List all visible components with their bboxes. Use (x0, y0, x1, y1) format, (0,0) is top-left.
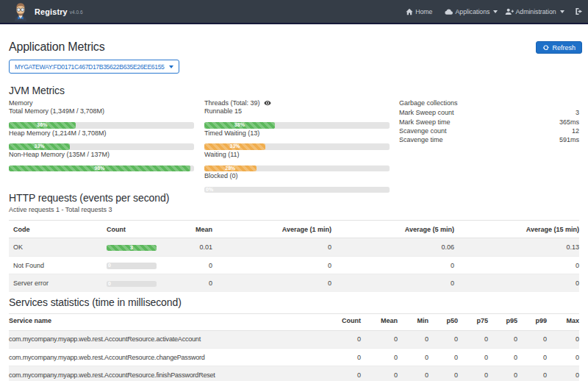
eye-icon[interactable] (264, 100, 271, 106)
column-header-average-15min[interactable]: Average (15 min) (454, 220, 579, 238)
service-count-cell: 0 (331, 330, 361, 348)
gc-stat-value: 3 (576, 108, 579, 117)
column-header-average-5min[interactable]: Average (5 min) (331, 220, 454, 238)
count-progress-track: 3 (107, 245, 157, 252)
nav-item-applications[interactable]: Applications (445, 8, 498, 15)
service-min-cell: 0 (398, 349, 429, 366)
service-count-cell: 0 (331, 366, 361, 381)
jvm-metrics-row: Memory Total Memory (1,349M / 3,708M) 36… (9, 99, 579, 193)
gc-stat-row: Scavenge count 12 (399, 127, 579, 135)
http-count-cell: 0 (102, 256, 162, 274)
gc-stat-label: Scavenge count (399, 127, 447, 135)
column-header-mean[interactable]: Mean (162, 220, 212, 238)
progress-value-label: 28% (225, 165, 235, 172)
service-min-cell: 0 (398, 366, 429, 381)
http-mean-cell: 0.01 (162, 238, 212, 256)
metric-label: Non-Heap Memory (135M / 137M) (9, 150, 194, 159)
chevron-down-icon (493, 10, 498, 13)
refresh-label: Refresh (552, 44, 576, 51)
service-count-cell: 0 (331, 349, 361, 366)
gc-stat-value: 591ms (559, 135, 579, 144)
column-header-count[interactable]: Count (102, 220, 162, 238)
refresh-button[interactable]: Refresh (536, 41, 582, 54)
http-requests-heading: HTTP requests (events per second) (9, 192, 579, 204)
metric-label: Waiting (11) (204, 150, 390, 159)
brand-version: v4.0.6 (70, 10, 83, 15)
column-header-p75[interactable]: p75 (458, 313, 488, 330)
http-code-cell: Not Found (9, 256, 102, 274)
service-p95-cell: 0 (488, 330, 517, 348)
http-code-cell: Server error (9, 274, 102, 292)
column-header-count[interactable]: Count (331, 313, 361, 330)
threads-title-label: Threads (Total: 39) (204, 99, 260, 107)
garbage-collections-list: Mark Sweep count 3 Mark Sweep time 365ms… (399, 108, 579, 144)
progress-value-label: 38% (234, 122, 245, 129)
memory-title: Memory (9, 99, 194, 107)
refresh-icon (542, 44, 550, 51)
thread-metric: Blocked (0) 0% (204, 171, 390, 193)
column-header-mean[interactable]: Mean (361, 313, 398, 330)
memory-column: Memory Total Memory (1,349M / 3,708M) 36… (9, 99, 194, 193)
http-mean-cell: 0 (162, 274, 212, 292)
service-name-cell: com.mycompany.myapp.web.rest.AccountReso… (9, 366, 331, 381)
home-icon (406, 8, 413, 15)
service-max-cell: 0 (547, 366, 579, 381)
garbage-collections-title: Garbage collections (399, 99, 579, 107)
column-header-min[interactable]: Min (398, 313, 429, 330)
jhipster-logo-icon (13, 2, 28, 21)
http-average-15min-cell: 0 (454, 256, 579, 274)
services-table-body: com.mycompany.myapp.web.rest.AccountReso… (9, 330, 579, 381)
user-plus-icon (505, 8, 514, 15)
column-header-p95[interactable]: p95 (488, 313, 517, 330)
metric-label: Timed Waiting (13) (204, 129, 390, 138)
progress-bar: 36% (9, 122, 76, 129)
http-table-body: OK 3 0.01 0 0.06 0.13 Not Found (9, 238, 579, 292)
column-header-p99[interactable]: p99 (517, 313, 547, 330)
http-average-1min-cell: 0 (212, 256, 331, 274)
metric-label: Runnable 15 (204, 107, 390, 115)
service-p75-cell: 0 (458, 349, 488, 366)
column-header-max[interactable]: Max (547, 313, 579, 330)
instance-selector-dropdown[interactable]: MYGATEWAY:FD0171C467D17B35622B635E26EE61… (9, 60, 179, 74)
nav-item-home[interactable]: Home (406, 8, 432, 15)
nav-item-label: Home (415, 8, 432, 15)
sign-out-icon[interactable] (575, 7, 583, 15)
http-requests-subtitle: Active requests 1 - Total requests 3 (9, 205, 579, 214)
column-header-average-1min[interactable]: Average (1 min) (212, 220, 331, 238)
threads-metrics: Runnable 15 38% Timed Waiting (13) 33% (204, 107, 390, 193)
progress-track: 33% (9, 143, 194, 150)
brand[interactable]: Registry v4.0.6 (13, 1, 83, 21)
service-p50-cell: 0 (429, 330, 458, 348)
column-header-service-name[interactable]: Service name (9, 313, 331, 330)
service-max-cell: 0 (547, 330, 579, 348)
memory-metrics: Total Memory (1,349M / 3,708M) 36% Heap … (9, 107, 194, 171)
column-header-code[interactable]: Code (9, 220, 102, 238)
service-min-cell: 0 (398, 330, 429, 348)
http-average-15min-cell: 0.13 (454, 238, 579, 256)
progress-track: 0% (204, 187, 390, 193)
http-table-header-row: Code Count Mean Average (1 min) Average … (9, 220, 579, 238)
service-p99-cell: 0 (517, 366, 547, 381)
page-title: Application Metrics (9, 38, 579, 55)
progress-bar: 38% (204, 122, 275, 129)
progress-track: 36% (9, 122, 194, 129)
progress-value-label: 0% (206, 187, 213, 193)
brand-name: Registry (35, 7, 68, 16)
progress-bar: 33% (9, 143, 70, 150)
http-average-1min-cell: 0 (212, 274, 331, 292)
http-count-cell: 0 (102, 274, 162, 292)
progress-track: 98% (9, 165, 194, 172)
chevron-down-icon (169, 65, 173, 68)
chevron-down-icon (560, 10, 564, 13)
progress-value-label: 98% (94, 165, 104, 172)
service-p75-cell: 0 (458, 366, 488, 381)
progress-track: 28% (204, 165, 390, 172)
gc-stat-label: Mark Sweep time (399, 118, 451, 127)
column-header-p50[interactable]: p50 (429, 313, 458, 330)
service-name-cell: com.mycompany.myapp.web.rest.AccountReso… (9, 349, 331, 366)
progress-value-label: 33% (35, 143, 45, 150)
http-mean-cell: 0 (162, 256, 212, 274)
count-value-label: 0 (108, 281, 111, 288)
http-requests-table: Code Count Mean Average (1 min) Average … (9, 220, 579, 292)
nav-item-administration[interactable]: Administration (505, 8, 564, 15)
